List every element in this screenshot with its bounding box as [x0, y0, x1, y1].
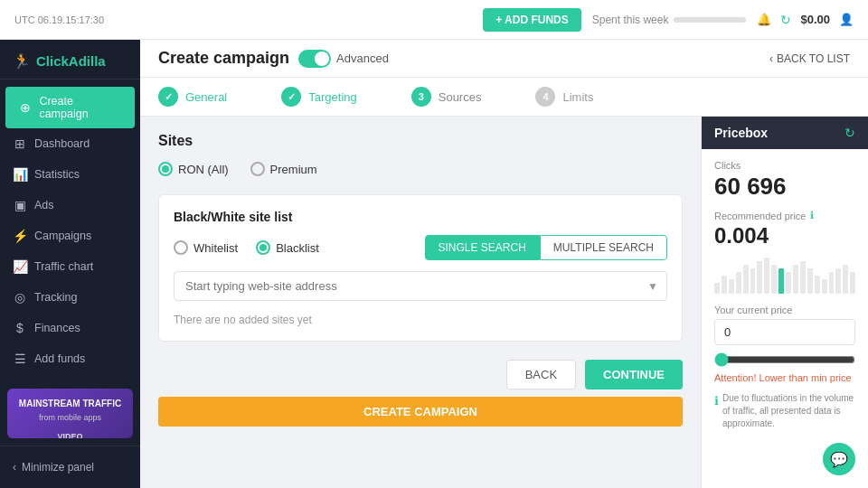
minimize-label: Minimize panel	[22, 461, 94, 474]
site-input[interactable]	[174, 271, 667, 301]
search-type-buttons: SINGLE SEARCH MULTIPLE SEARCH	[425, 235, 668, 260]
radio-blacklist[interactable]: Blacklist	[256, 240, 319, 255]
step-label-general: General	[185, 90, 227, 104]
price-slider[interactable]	[714, 352, 855, 367]
logo-text: ClickAdilla	[36, 53, 106, 69]
chart-bar	[714, 283, 720, 294]
sidebar-item-statistics[interactable]: 📊 Statistics	[0, 159, 140, 190]
clicks-label: Clicks	[714, 160, 855, 171]
utc-time: UTC 06.19.15:17:30	[14, 14, 104, 25]
sidebar-item-dashboard[interactable]: ⊞ Dashboard	[0, 128, 140, 159]
radio-whitelist[interactable]: Whitelist	[174, 240, 238, 255]
spent-this-week: Spent this week	[592, 14, 747, 26]
radio-label-whitelist: Whitelist	[193, 241, 238, 255]
chart-bar	[736, 272, 741, 294]
sidebar-item-label: Tracking	[34, 291, 77, 304]
step-limits[interactable]: 4 Limits	[535, 87, 593, 107]
step-label-sources: Sources	[439, 90, 482, 104]
sidebar-item-ads[interactable]: ▣ Ads	[0, 190, 140, 221]
sidebar-item-label: Statistics	[34, 168, 80, 181]
chart-bar	[764, 258, 769, 294]
step-circle-targeting: ✓	[281, 87, 301, 107]
banner-types: VIDEO BANNER NATIVE	[14, 431, 126, 438]
radio-label-ron: RON (All)	[178, 163, 229, 176]
step-label-targeting: Targeting	[308, 90, 356, 104]
whitelist-btns-row: Whitelist Blacklist SINGLE SEARCH	[174, 235, 667, 260]
page-title: Create campaign	[158, 49, 289, 68]
advanced-toggle[interactable]: Advanced	[298, 50, 389, 68]
pricebox-refresh-icon[interactable]: ↻	[844, 126, 855, 140]
chevron-left-icon: ‹	[13, 461, 16, 474]
whitelist-radio-group: Whitelist Blacklist	[174, 240, 319, 255]
chart-bar	[815, 276, 820, 294]
sidebar-item-add-funds[interactable]: ☰ Add funds	[0, 343, 140, 374]
dashboard-icon: ⊞	[13, 136, 27, 151]
topbar-icons: 🔔 ↻ $0.00 👤	[757, 13, 854, 27]
toggle-switch[interactable]	[298, 50, 331, 68]
price-warning: Attention! Lower than min price	[714, 372, 855, 383]
chart-bar	[793, 265, 798, 294]
bell-icon[interactable]: 🔔	[757, 13, 771, 26]
chart-bar	[829, 272, 835, 294]
ads-icon: ▣	[13, 198, 27, 212]
page-title-row: Create campaign Advanced	[158, 49, 389, 68]
sidebar-item-label: Campaigns	[34, 230, 91, 242]
minimize-panel-button[interactable]: ‹ Minimize panel	[9, 455, 131, 479]
sidebar: 🏃 ClickAdilla ⊕ Create campaign ⊞ Dashbo…	[0, 40, 140, 488]
refresh-icon[interactable]: ↻	[780, 13, 791, 27]
step-general[interactable]: ✓ General	[158, 87, 227, 107]
sidebar-item-create-campaign[interactable]: ⊕ Create campaign	[5, 87, 135, 128]
campaigns-icon: ⚡	[13, 229, 27, 243]
info-circle-icon: ℹ	[810, 210, 814, 221]
banner-title: MAINSTREAM TRAFFIC	[14, 398, 126, 410]
sidebar-item-tracking[interactable]: ◎ Tracking	[0, 282, 140, 313]
logo-icon: 🏃	[13, 52, 31, 70]
sidebar-item-label: Finances	[34, 322, 80, 334]
radio-ron-all[interactable]: RON (All)	[158, 162, 229, 176]
back-to-list-link[interactable]: ‹ BACK TO LIST	[769, 52, 850, 65]
sidebar-item-finances[interactable]: $ Finances	[0, 313, 140, 343]
price-input[interactable]	[714, 319, 855, 345]
step-targeting[interactable]: ✓ Targeting	[281, 87, 356, 107]
chart-bar	[800, 261, 806, 294]
layout: 🏃 ClickAdilla ⊕ Create campaign ⊞ Dashbo…	[0, 40, 868, 488]
single-search-button[interactable]: SINGLE SEARCH	[425, 235, 540, 260]
chart-bar	[850, 272, 855, 294]
finances-icon: $	[13, 321, 27, 335]
chart-bar	[786, 272, 791, 294]
pricebox-title: Pricebox	[714, 126, 768, 140]
chart-bar	[743, 265, 749, 294]
chat-button[interactable]: 💬	[823, 443, 855, 475]
back-button[interactable]: BACK	[506, 360, 576, 389]
chart-bar	[757, 261, 762, 294]
chart-bar	[750, 268, 756, 294]
sidebar-item-campaigns[interactable]: ⚡ Campaigns	[0, 221, 140, 251]
multiple-search-button[interactable]: MULTIPLE SEARCH	[540, 235, 667, 260]
step-circle-limits: 4	[535, 87, 555, 107]
radio-premium[interactable]: Premium	[250, 162, 317, 176]
traffic-chart-icon: 📈	[13, 259, 27, 274]
step-sources[interactable]: 3 Sources	[411, 87, 482, 107]
pricebox-body: Clicks 60 696 Recommended price ℹ 0.004 …	[702, 149, 868, 488]
sidebar-item-label: Add funds	[34, 352, 85, 365]
sites-radio-group: RON (All) Premium	[158, 162, 683, 176]
continue-button[interactable]: CONTINUE	[585, 360, 683, 389]
radio-inner-ron	[162, 165, 169, 173]
site-input-wrap: ▼	[174, 271, 667, 301]
steps-bar: ✓ General ✓ Targeting 3 Sources 4 Limits	[140, 78, 868, 117]
chart-bar	[778, 268, 784, 294]
add-funds-button[interactable]: + ADD FUNDS	[483, 8, 581, 32]
pricebox-header: Pricebox ↻	[702, 117, 868, 149]
create-campaign-button[interactable]: CREATE CAMPAIGN	[158, 397, 683, 427]
chart-bar	[835, 268, 841, 294]
info-icon: ℹ	[714, 393, 719, 409]
content-main: Sites RON (All) Premium Black/W	[140, 117, 701, 488]
chart-bar	[843, 265, 848, 294]
content-area: Sites RON (All) Premium Black/W	[140, 117, 868, 488]
radio-label-premium: Premium	[270, 163, 317, 176]
step-label-limits: Limits	[562, 90, 593, 104]
user-icon[interactable]: 👤	[839, 13, 854, 26]
radio-outer-premium	[250, 162, 265, 176]
blackwhite-title: Black/White site list	[174, 210, 667, 224]
sidebar-item-traffic-chart[interactable]: 📈 Traffic chart	[0, 251, 140, 282]
